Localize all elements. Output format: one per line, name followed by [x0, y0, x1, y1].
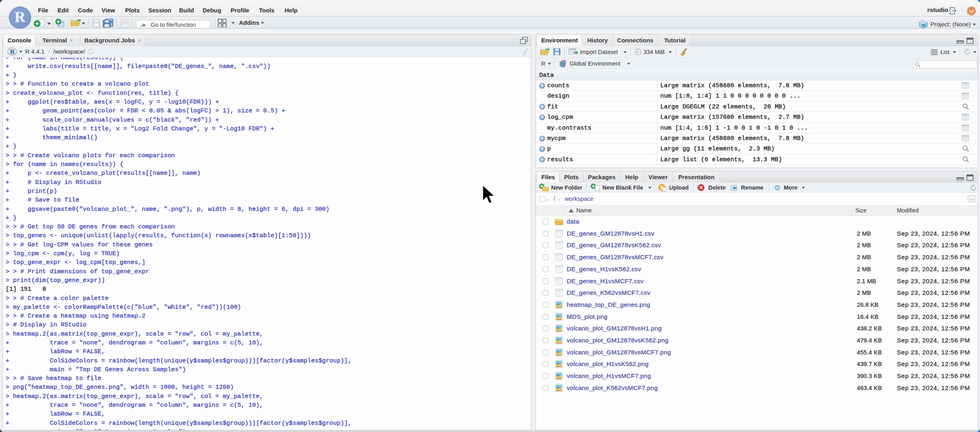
svg-text:R: R: [922, 23, 925, 27]
svg-text:R: R: [10, 48, 15, 56]
